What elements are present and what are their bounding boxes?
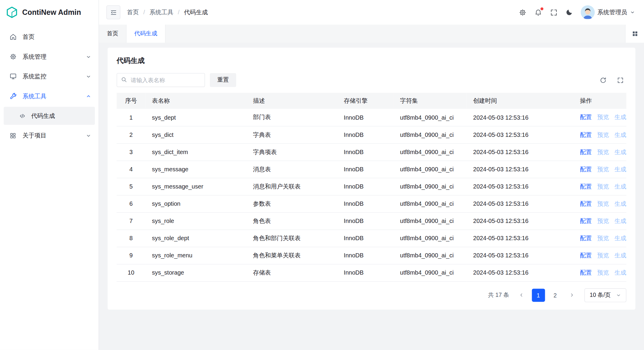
cell-charset: utf8mb4_0900_ai_ci	[393, 195, 466, 212]
generate-link[interactable]: 生成	[614, 200, 626, 207]
reset-button[interactable]: 重置	[210, 73, 236, 87]
cell-index: 4	[117, 161, 145, 178]
config-link[interactable]: 配置	[580, 235, 592, 241]
cell-desc: 字典项表	[246, 143, 337, 161]
tab-label: 首页	[107, 30, 118, 37]
cell-desc: 消息和用户关联表	[246, 178, 337, 195]
cell-engine: InnoDB	[337, 264, 394, 281]
preview-link[interactable]: 预览	[597, 166, 609, 172]
main-area: 首页 / 系统工具 / 代码生成	[99, 0, 644, 350]
preview-link[interactable]: 预览	[597, 131, 609, 138]
config-link[interactable]: 配置	[580, 148, 592, 155]
page-size-select[interactable]: 10 条/页	[584, 288, 626, 302]
row-actions: 配置预览生成	[573, 178, 626, 195]
pagination-prev-button[interactable]	[515, 289, 528, 302]
sidebar-item-about[interactable]: 关于项目	[0, 126, 99, 145]
config-link[interactable]: 配置	[580, 252, 592, 259]
cell-desc: 参数表	[246, 195, 337, 212]
cell-charset: utf8mb4_0900_ai_ci	[393, 212, 466, 229]
cell-charset: utf8mb4_0900_ai_ci	[393, 126, 466, 143]
generate-link[interactable]: 生成	[614, 252, 626, 259]
cell-index: 5	[117, 178, 145, 195]
cell-charset: utf8mb4_0900_ai_ci	[393, 264, 466, 281]
cell-index: 8	[117, 229, 145, 247]
config-link[interactable]: 配置	[580, 269, 592, 276]
settings-icon[interactable]	[518, 8, 526, 16]
chevron-down-icon	[86, 54, 91, 59]
tab-code-generation[interactable]: 代码生成	[126, 25, 165, 43]
cell-index: 7	[117, 212, 145, 229]
generate-link[interactable]: 生成	[614, 269, 626, 276]
generate-link[interactable]: 生成	[614, 166, 626, 172]
table-row: 5sys_message_user消息和用户关联表InnoDButf8mb4_0…	[117, 178, 626, 195]
pagination-page-2[interactable]: 2	[549, 289, 562, 302]
cell-desc: 消息表	[246, 161, 337, 178]
fullscreen-icon[interactable]	[550, 8, 558, 16]
config-link[interactable]: 配置	[580, 217, 592, 224]
dark-mode-moon-icon[interactable]	[565, 9, 573, 16]
sidebar-item-system-tools[interactable]: 系统工具	[0, 86, 99, 106]
chevron-left-icon	[519, 292, 524, 298]
row-actions: 配置预览生成	[573, 247, 626, 264]
tab-home[interactable]: 首页	[99, 25, 126, 43]
app-logo: ContiNew Admin	[0, 0, 99, 25]
sidebar-subitem-code-generation[interactable]: 代码生成	[4, 107, 95, 125]
wrench-icon	[9, 92, 17, 100]
tab-actions-grid-icon[interactable]	[625, 25, 644, 43]
sidebar-collapse-button[interactable]	[106, 5, 120, 19]
preview-link[interactable]: 预览	[597, 114, 609, 121]
preview-link[interactable]: 预览	[597, 217, 609, 224]
table-fullscreen-icon[interactable]	[614, 74, 626, 86]
preview-link[interactable]: 预览	[597, 148, 609, 155]
cell-desc: 角色表	[246, 212, 337, 229]
generate-link[interactable]: 生成	[614, 148, 626, 155]
sidebar-item-home[interactable]: 首页	[0, 27, 99, 47]
row-actions: 配置预览生成	[573, 126, 626, 143]
cell-engine: InnoDB	[337, 247, 394, 264]
cell-created: 2024-05-03 12:53:16	[466, 109, 573, 126]
breadcrumb-item-home[interactable]: 首页	[127, 8, 139, 16]
generate-link[interactable]: 生成	[614, 235, 626, 241]
notifications-bell-icon[interactable]	[534, 8, 542, 16]
preview-link[interactable]: 预览	[597, 252, 609, 259]
sidebar-item-system-monitor[interactable]: 系统监控	[0, 66, 99, 86]
cell-desc: 存储表	[246, 264, 337, 281]
cell-name: sys_dict	[145, 126, 246, 143]
config-link[interactable]: 配置	[580, 131, 592, 138]
config-link[interactable]: 配置	[580, 183, 592, 189]
user-menu[interactable]: 系统管理员	[580, 5, 635, 19]
table-toolbar: 重置	[117, 73, 626, 87]
config-link[interactable]: 配置	[580, 114, 592, 121]
preview-link[interactable]: 预览	[597, 235, 609, 241]
sidebar-subitem-label: 代码生成	[31, 112, 88, 120]
tabstrip-spacer	[165, 25, 625, 43]
table-row: 8sys_role_dept角色和部门关联表InnoDButf8mb4_0900…	[117, 229, 626, 247]
page-title: 代码生成	[117, 56, 626, 65]
generate-link[interactable]: 生成	[614, 114, 626, 121]
preview-link[interactable]: 预览	[597, 183, 609, 189]
preview-link[interactable]: 预览	[597, 200, 609, 207]
preview-link[interactable]: 预览	[597, 269, 609, 276]
config-link[interactable]: 配置	[580, 166, 592, 172]
cell-charset: utf8mb4_0900_ai_ci	[393, 143, 466, 161]
pagination-page-1[interactable]: 1	[532, 289, 545, 302]
refresh-icon[interactable]	[597, 74, 609, 86]
chevron-right-icon	[569, 292, 575, 298]
sidebar-item-system-management[interactable]: 系统管理	[0, 47, 99, 66]
search-input[interactable]	[117, 73, 205, 87]
row-actions: 配置预览生成	[573, 229, 626, 247]
cell-name: sys_role_menu	[145, 247, 246, 264]
cell-charset: utf8mb4_0900_ai_ci	[393, 178, 466, 195]
home-icon	[9, 33, 17, 41]
gear-icon	[9, 53, 17, 61]
table-row: 6sys_option参数表InnoDButf8mb4_0900_ai_ci20…	[117, 195, 626, 212]
cell-name: sys_dept	[145, 109, 246, 126]
cell-index: 3	[117, 143, 145, 161]
generate-link[interactable]: 生成	[614, 217, 626, 224]
breadcrumb-item-system-tools[interactable]: 系统工具	[150, 8, 173, 16]
sidebar-item-label: 关于项目	[23, 132, 80, 139]
config-link[interactable]: 配置	[580, 200, 592, 207]
pagination-next-button[interactable]	[565, 289, 578, 302]
generate-link[interactable]: 生成	[614, 131, 626, 138]
generate-link[interactable]: 生成	[614, 183, 626, 189]
